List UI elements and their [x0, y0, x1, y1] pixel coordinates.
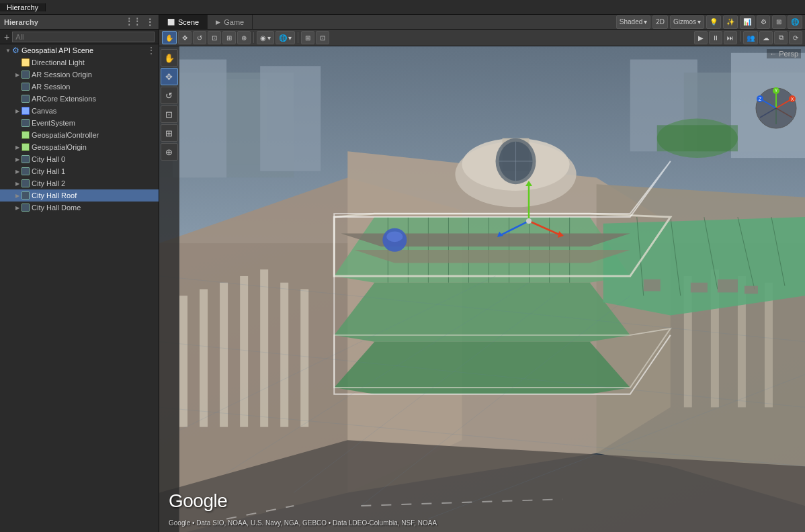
city-hall-roof-label: City Hall Roof — [32, 191, 77, 200]
hierarchy-search-input[interactable] — [12, 32, 155, 42]
rotate-gizmo-btn[interactable]: ↺ — [161, 87, 178, 104]
city-hall-0-label: City Hall 0 — [32, 155, 65, 163]
play-btn[interactable]: ▶ — [694, 31, 708, 44]
rect-gizmo-btn[interactable]: ⊞ — [161, 124, 178, 142]
pivot-dropdown[interactable]: ◉ ▾ — [257, 31, 274, 44]
directional-light-label: Directional Light — [32, 58, 85, 66]
scene-icon: ⚙ — [12, 46, 19, 55]
svg-line-76 — [502, 221, 529, 234]
rect-tool-btn[interactable]: ⊞ — [222, 31, 236, 44]
geospatial-origin-label: GeospatialOrigin — [32, 143, 87, 151]
history-btn[interactable]: ⟳ — [789, 31, 802, 44]
svg-rect-19 — [300, 290, 308, 427]
snap-btn[interactable]: ⊡ — [316, 31, 329, 44]
hand-tool-btn[interactable]: ✋ — [162, 31, 177, 44]
scene-tab[interactable]: ⬜ Scene — [159, 15, 208, 29]
scene-tab-icon: ⬜ — [167, 19, 175, 26]
2d-button[interactable]: 2D — [652, 15, 668, 29]
global-dropdown[interactable]: 🌐 ▾ — [276, 31, 295, 44]
light-icon-btn[interactable]: 💡 — [706, 15, 721, 29]
svg-rect-9 — [657, 125, 738, 151]
tree-item-geospatial-controller[interactable]: GeospatialController — [0, 129, 159, 141]
svg-rect-60 — [644, 279, 661, 292]
scene-root-item[interactable]: ▼ ⚙ Geospatial API Scene ⋮ — [0, 44, 159, 56]
gizmo-toolbar: ✋ ✥ ↺ ⊡ ⊞ ⊕ — [159, 46, 179, 532]
game-tab[interactable]: ▶ Game — [208, 15, 253, 29]
rotate-tool-btn[interactable]: ↺ — [193, 31, 206, 44]
gameobject-icon — [22, 167, 30, 175]
move-tool-btn[interactable]: ✥ — [178, 31, 192, 44]
fx-icon-btn[interactable]: ✨ — [723, 15, 738, 29]
toolbar-separator — [253, 32, 254, 43]
hierarchy-header: Hierarchy ⋮⋮ ⋮ — [0, 15, 159, 30]
lock-icon[interactable]: ⋮⋮ — [125, 17, 141, 28]
city-hall-2-arrow: ▶ — [13, 181, 22, 187]
stats-icon-btn[interactable]: 📊 — [740, 15, 755, 29]
svg-marker-75 — [558, 231, 564, 238]
tree-item-arcore-extensions[interactable]: ARCore Extensions — [0, 93, 159, 105]
scene-viewport[interactable]: ✋ ✥ ↺ ⊡ ⊞ ⊕ ← Persp Y — [159, 46, 805, 532]
gameobject-icon — [22, 131, 30, 139]
tree-item-directional-light[interactable]: Directional Light — [0, 56, 159, 69]
tree-item-ar-session[interactable]: AR Session — [0, 81, 159, 93]
gizmos-button[interactable]: Gizmos ▾ — [670, 15, 704, 29]
city-hall-1-label: City Hall 1 — [32, 167, 65, 175]
custom-gizmo-btn[interactable]: ⊕ — [161, 143, 178, 161]
tree-item-event-system[interactable]: EventSystem — [0, 117, 159, 129]
city-hall-1-arrow: ▶ — [13, 169, 22, 175]
transform-gizmo[interactable] — [489, 181, 569, 261]
svg-rect-57 — [691, 283, 708, 293]
chevron-down-icon: ▾ — [644, 18, 647, 26]
geospatial-origin-arrow: ▶ — [13, 144, 22, 150]
tree-item-city-hall-0[interactable]: ▶ City Hall 0 — [0, 153, 159, 165]
svg-text:Z: Z — [759, 97, 762, 101]
tree-item-ar-session-origin[interactable]: ▶ AR Session Origin — [0, 69, 159, 81]
canvas-label: Canvas — [32, 107, 56, 115]
gameobject-icon — [22, 179, 30, 187]
axis-gizmo[interactable]: Y X Z — [755, 87, 798, 130]
grid-snap-btn[interactable]: ⊞ — [301, 31, 314, 44]
gameobject-icon — [22, 204, 30, 212]
tree-item-city-hall-2[interactable]: ▶ City Hall 2 — [0, 177, 159, 189]
scene-arrow: ▼ — [4, 48, 12, 54]
grid-icon-btn[interactable]: ⊞ — [772, 15, 786, 29]
toolbar-separator-2 — [298, 32, 298, 43]
tree-item-city-hall-roof[interactable]: ▶ City Hall Roof — [0, 189, 159, 202]
shaded-dropdown[interactable]: Shaded ▾ — [616, 15, 650, 29]
game-tab-label: Game — [224, 18, 244, 26]
account-btn[interactable]: ☁ — [759, 31, 773, 44]
lock-icon-btn[interactable]: 🌐 — [788, 15, 802, 29]
more-icon[interactable]: ⋮ — [145, 17, 155, 28]
main-area: Hierarchy ⋮⋮ ⋮ + ▼ ⚙ Geospatial API Scen… — [0, 15, 805, 532]
gameobject-icon — [22, 143, 30, 151]
tree-item-geospatial-origin[interactable]: ▶ GeospatialOrigin — [0, 141, 159, 153]
hierarchy-tab[interactable]: Hierarchy — [0, 3, 46, 11]
perspective-label: ← Persp — [767, 49, 801, 58]
pivot-chevron: ▾ — [267, 34, 271, 42]
filter-icon-btn[interactable]: ⚙ — [757, 15, 770, 29]
city-hall-0-arrow: ▶ — [13, 157, 22, 163]
gizmos-chevron: ▾ — [697, 18, 701, 26]
tree-item-canvas[interactable]: ▶ Canvas — [0, 105, 159, 117]
collab-btn[interactable]: 👥 — [743, 31, 758, 44]
custom-tool-btn[interactable]: ⊕ — [237, 31, 251, 44]
step-btn[interactable]: ⏭ — [724, 31, 737, 44]
scale-tool-btn[interactable]: ⊡ — [208, 31, 221, 44]
gameobject-icon — [22, 107, 30, 115]
add-icon[interactable]: + — [4, 32, 9, 42]
gameobject-icon — [22, 119, 30, 127]
tree-item-city-hall-dome[interactable]: ▶ City Hall Dome — [0, 202, 159, 214]
tree-item-city-hall-1[interactable]: ▶ City Hall 1 — [0, 165, 159, 177]
scene-dots-menu[interactable]: ⋮ — [146, 45, 159, 56]
hierarchy-panel: Hierarchy ⋮⋮ ⋮ + ▼ ⚙ Geospatial API Scen… — [0, 15, 159, 532]
scale-gizmo-btn[interactable]: ⊡ — [161, 105, 178, 123]
svg-point-71 — [386, 232, 402, 242]
hand-gizmo-btn[interactable]: ✋ — [161, 49, 178, 66]
layers-btn[interactable]: ⧉ — [774, 31, 788, 44]
move-gizmo-btn[interactable]: ✥ — [161, 68, 178, 85]
gameobject-icon — [22, 191, 30, 200]
geospatial-controller-label: GeospatialController — [32, 131, 99, 139]
pause-btn[interactable]: ⏸ — [709, 31, 722, 44]
hierarchy-title: Hierarchy — [4, 18, 38, 26]
2d-label: 2D — [656, 18, 665, 26]
